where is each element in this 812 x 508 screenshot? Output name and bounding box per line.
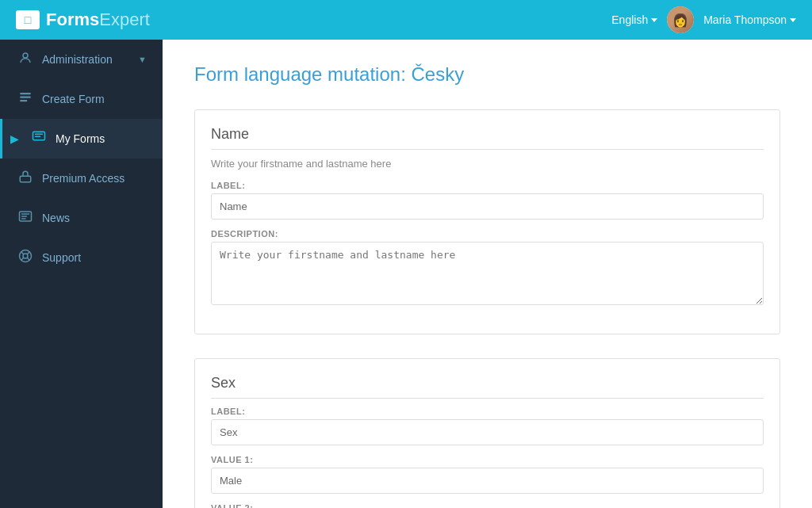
svg-rect-2 [20, 97, 31, 98]
sidebar-label-support: Support [42, 251, 81, 264]
header: □ FormsExpert English 👩 Maria Thompson [0, 0, 812, 40]
logo: □ FormsExpert [16, 10, 150, 30]
svg-line-9 [21, 252, 24, 254]
svg-line-12 [27, 258, 29, 260]
sidebar-label-premium-access: Premium Access [42, 172, 124, 185]
svg-point-0 [23, 53, 28, 58]
name-section: Name Write your firstname and lastname h… [194, 109, 780, 334]
sidebar-item-premium-access[interactable]: Premium Access [0, 159, 163, 198]
logo-forms: FormsExpert [46, 10, 150, 30]
create-form-icon [18, 90, 33, 108]
sex-value1-input[interactable] [211, 468, 764, 494]
sex-value2-field-label: VALUE 2: [211, 503, 764, 508]
avatar-image: 👩 [667, 6, 694, 33]
sex-section: Sex LABEL: VALUE 1: VALUE 2: [194, 358, 780, 508]
name-section-title: Name [211, 126, 764, 150]
sidebar-item-news[interactable]: News [0, 198, 163, 238]
svg-rect-1 [20, 93, 31, 94]
premium-icon [18, 170, 33, 187]
user-chevron-icon [790, 18, 796, 22]
admin-dropdown-icon: ▼ [138, 55, 147, 64]
sex-section-title: Sex [211, 375, 764, 399]
avatar: 👩 [667, 6, 694, 33]
svg-rect-3 [20, 100, 27, 101]
user-name-label: Maria Thompson [703, 13, 787, 26]
my-forms-icon [32, 130, 46, 147]
name-description-field-label: DESCRIPTION: [211, 229, 764, 239]
sex-value1-field-label: VALUE 1: [211, 455, 764, 464]
svg-line-10 [27, 252, 29, 254]
active-arrow: ▶ [10, 132, 19, 145]
sex-label-field: LABEL: [211, 407, 764, 445]
language-label: English [611, 13, 648, 26]
page-title: Form language mutation: Česky [194, 63, 780, 86]
svg-rect-5 [20, 176, 31, 182]
name-section-description: Write your firstname and lastname here [211, 158, 764, 170]
sidebar-label-news: News [42, 212, 70, 224]
sidebar-item-administration[interactable]: Administration ▼ [0, 40, 163, 79]
sex-value1-field: VALUE 1: [211, 455, 764, 494]
sidebar-item-my-forms[interactable]: ▶ My Forms [0, 119, 163, 159]
support-icon [18, 249, 33, 266]
logo-icon: □ [16, 10, 40, 29]
name-label-input[interactable] [211, 193, 764, 220]
header-right: English 👩 Maria Thompson [611, 6, 796, 33]
content-area: Form language mutation: Česky Name Write… [163, 40, 812, 508]
name-label-field-label: LABEL: [211, 181, 764, 190]
name-label-field: LABEL: [211, 181, 764, 220]
svg-point-8 [23, 254, 28, 258]
sidebar-label-create-form: Create Form [42, 93, 105, 105]
user-menu[interactable]: Maria Thompson [703, 13, 796, 26]
news-icon [18, 209, 33, 227]
language-selector[interactable]: English [611, 13, 657, 26]
name-description-textarea[interactable] [211, 242, 764, 305]
sidebar: Administration ▼ Create Form ▶ My Forms … [0, 40, 163, 508]
main-layout: Administration ▼ Create Form ▶ My Forms … [0, 40, 812, 508]
sex-label-input[interactable] [211, 419, 764, 445]
sex-value2-field: VALUE 2: [211, 503, 764, 508]
admin-icon [18, 51, 33, 68]
sidebar-label-my-forms: My Forms [56, 132, 105, 145]
language-chevron-icon [651, 18, 657, 22]
sidebar-item-create-form[interactable]: Create Form [0, 79, 163, 119]
sidebar-item-support[interactable]: Support [0, 238, 163, 277]
sex-label-field-label: LABEL: [211, 407, 764, 416]
sidebar-label-administration: Administration [42, 53, 113, 66]
name-description-field: DESCRIPTION: [211, 229, 764, 308]
svg-line-11 [21, 258, 24, 260]
